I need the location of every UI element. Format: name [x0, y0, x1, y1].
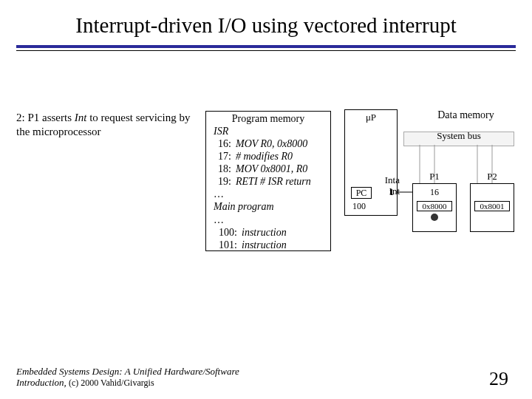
mup-label: μP	[345, 110, 397, 123]
title-divider	[16, 45, 516, 51]
isr-code: ISR 16:MOV R0, 0x8000 17:# modifies R0 1…	[206, 125, 330, 251]
step-description: 2: P1 asserts Int to request servicing b…	[16, 111, 192, 139]
copyright: (c) 2000 Vahid/Givargis	[69, 378, 154, 388]
microprocessor-box: μP Inta Int PC 1 100	[344, 109, 398, 216]
main-label: Main program	[214, 200, 326, 213]
peripheral-p1: P1 16 0x8000	[412, 183, 457, 232]
inta-signal: Inta	[385, 175, 400, 186]
p1-address: 0x8000	[417, 201, 452, 211]
p1-data-dot	[431, 214, 438, 221]
pc-register: PC	[351, 187, 372, 199]
p2-address: 0x8001	[474, 201, 510, 211]
p2-label: P2	[471, 171, 514, 183]
program-memory-box: Program memory ISR 16:MOV R0, 0x8000 17:…	[205, 111, 331, 251]
isr-label: ISR	[214, 125, 326, 137]
p1-label: P1	[413, 171, 456, 183]
peripheral-p2: P2 0x8001	[470, 183, 514, 232]
step-int: Int	[75, 112, 87, 123]
page-number: 29	[489, 368, 508, 390]
program-memory-header: Program memory	[206, 112, 330, 125]
step-prefix: 2: P1 asserts	[16, 112, 75, 123]
system-bus-label: System bus	[437, 130, 481, 142]
page-title: Interrupt-driven I/O using vectored inte…	[0, 0, 532, 42]
footer-citation: Embedded Systems Design: A Unified Hardw…	[16, 366, 267, 389]
data-memory-label: Data memory	[416, 109, 516, 123]
system-bus: System bus	[403, 132, 514, 146]
int-value-one: 1	[389, 186, 395, 198]
pc-value: 100	[352, 201, 366, 212]
p1-isr-vector: 16	[413, 187, 456, 198]
